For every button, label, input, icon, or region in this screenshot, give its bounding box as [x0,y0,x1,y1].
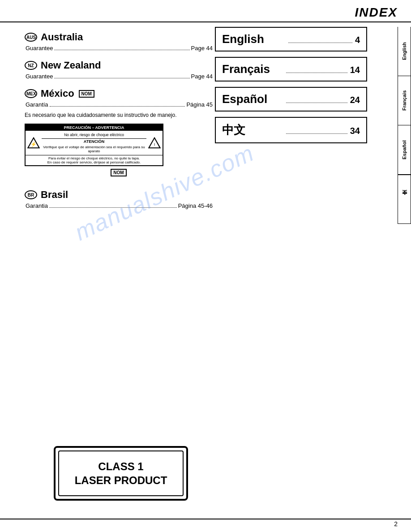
espanol-lang-name: Español [222,92,283,106]
warning-footer: Para evitar el riesgo de choque eléctric… [26,155,163,165]
brasil-section-header: BR Brasil [25,189,213,201]
laser-product-box: CLASS 1 LASER PRODUCT [54,446,188,501]
chinese-lang-dots [286,133,347,134]
mexico-title: México [41,88,74,99]
mexico-garantia-page: Página 45 [186,101,213,108]
chinese-lang-page: 34 [350,126,360,136]
warning-no-abrir-text: No abrir, riesgo de choque eléctrico ATE… [40,133,148,153]
mexico-section-header: MEX México NOM [25,88,213,99]
australia-title: Australia [41,31,83,43]
brasil-garantia-row: Garantia Página 45-46 [26,202,213,209]
warning-content: ⚡ No abrir, riesgo de choque eléctrico A… [26,131,163,155]
francais-lang-dots [286,73,347,73]
bottom-border [0,519,411,519]
chinese-lang-name: 中文 [222,122,283,138]
espanol-lang-page: 24 [350,95,360,105]
laser-product-inner-box: CLASS 1 LASER PRODUCT [58,450,184,496]
chinese-side-tab: 中文 [398,175,411,224]
francais-lang-page: 14 [350,65,360,75]
nz-section-header: NZ New Zealand [25,60,213,71]
english-lang-page: 4 [355,35,360,45]
australia-badge: AUS [25,33,37,42]
australia-section-header: AUS Australia [25,31,213,43]
australia-guarantee-page: Page 44 [191,45,213,51]
mexico-nom-badge: NOM [79,90,94,98]
warning-subheader: ATENCIÓN [42,138,146,144]
mexico-garantia-label: Garantía [26,101,48,108]
brasil-garantia-label: Garantia [26,202,48,209]
nz-title: New Zealand [41,60,101,71]
chinese-lang-box: 中文 34 [215,117,367,143]
espanol-lang-dots [286,103,347,103]
nz-guarantee-dots [54,78,189,78]
warning-header: PRECAUCIÓN – ADVERTENCIA [26,124,163,131]
brasil-garantia-dots [49,207,177,208]
page-number: 2 [394,520,398,528]
mexico-warning-box: PRECAUCIÓN – ADVERTENCIA ⚡ No abrir, rie… [25,124,163,166]
warning-triangle-left: ⚡ [27,137,40,149]
english-lang-dots [288,43,352,43]
nz-guarantee-label: Guarantee [26,73,53,80]
nom-center: NOM [25,169,213,176]
mexico-garantia-dots [50,106,185,107]
warning-line1: No abrir, riesgo de choque eléctrico [42,133,146,137]
espanol-lang-box: Español 24 [215,87,367,112]
mexico-note: Es necesario que lea cuidadosamente su i… [25,112,213,119]
mexico-badge: MEX [25,89,37,98]
warning-line2: Verifique que el voltaje de alimentación… [42,145,146,153]
warning-triangle-right: ! [148,137,161,149]
english-side-tab: English [398,27,411,76]
australia-guarantee-row: Guarantee Page 44 [26,45,213,51]
australia-guarantee-dots [54,50,189,50]
page: INDEX AUS Australia Guarantee Page 44 NZ… [0,0,411,532]
brasil-title: Brasil [41,189,68,201]
english-lang-name: English [222,32,286,46]
francais-lang-box: Français 14 [215,57,367,82]
right-column: English 4 Français 14 Español 24 中文 34 [215,27,367,149]
side-tabs: English Français Español 中文 [398,27,411,224]
nz-badge: NZ [25,61,37,70]
francais-tab-label: Français [402,90,407,111]
brasil-garantia-page: Página 45-46 [178,202,213,209]
page-title: INDEX [355,5,398,20]
nz-guarantee-page: Page 44 [191,73,213,80]
espanol-side-tab: Español [398,125,411,175]
espanol-tab-label: Español [402,140,407,159]
laser-line1: CLASS 1 [64,459,178,473]
top-border [0,21,411,22]
english-lang-box: English 4 [215,27,367,51]
australia-guarantee-label: Guarantee [26,45,53,51]
svg-text:⚡: ⚡ [30,141,37,147]
nz-guarantee-row: Guarantee Page 44 [26,73,213,80]
francais-lang-name: Français [222,62,283,76]
laser-line2: LASER PRODUCT [64,473,178,487]
brasil-badge: BR [25,190,37,199]
nom-bottom-badge: NOM [111,169,126,176]
francais-side-tab: Français [398,76,411,125]
svg-text:!: ! [154,142,155,147]
mexico-garantia-row: Garantía Página 45 [26,101,213,108]
left-column: AUS Australia Guarantee Page 44 NZ New Z… [25,27,213,211]
english-tab-label: English [402,43,407,60]
